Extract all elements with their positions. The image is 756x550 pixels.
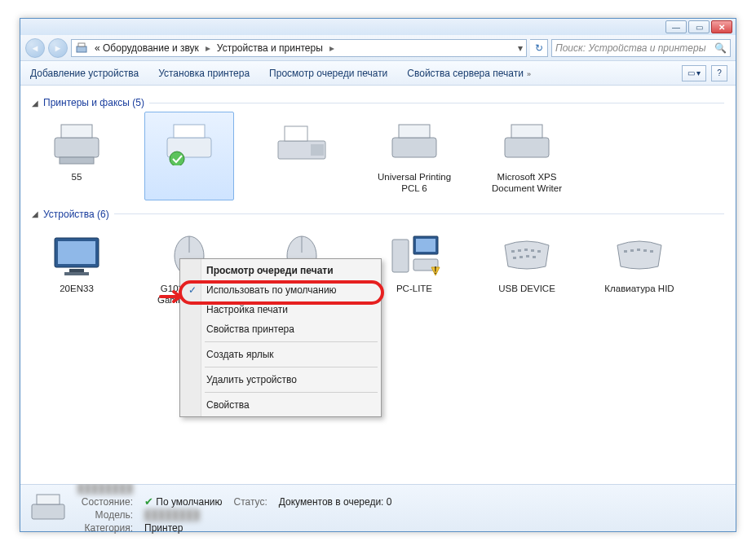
- device-tile[interactable]: USB DEVICE: [482, 223, 572, 312]
- svg-rect-16: [58, 241, 95, 264]
- search-icon[interactable]: 🔍: [714, 42, 727, 54]
- device-tile[interactable]: Microsoft XPS Document Writer: [482, 112, 572, 200]
- menu-view-queue[interactable]: Просмотр очереди печати: [182, 261, 379, 280]
- forward-button[interactable]: ►: [48, 38, 68, 58]
- svg-rect-39: [630, 249, 634, 252]
- divider: [149, 103, 724, 103]
- svg-rect-25: [392, 240, 409, 272]
- help-button[interactable]: ?: [711, 65, 727, 81]
- breadcrumb-separator: ▸: [329, 42, 334, 54]
- menu-separator: [205, 341, 378, 342]
- back-button[interactable]: ◄: [25, 38, 45, 58]
- device-tile[interactable]: [144, 112, 234, 200]
- device-label: 20EN33: [60, 283, 94, 294]
- server-props-button[interactable]: Свойства сервера печати»: [405, 64, 533, 82]
- monitor-icon: [47, 229, 106, 279]
- svg-rect-43: [32, 504, 64, 519]
- svg-rect-13: [505, 138, 549, 157]
- view-options-button[interactable]: ▭ ▾: [682, 65, 706, 81]
- collapse-icon: ◢: [32, 209, 38, 218]
- svg-rect-34: [513, 257, 516, 259]
- device-label: USB DEVICE: [498, 283, 555, 294]
- minimize-button[interactable]: —: [665, 20, 687, 33]
- titlebar: — ▭ ✕: [20, 19, 736, 35]
- toolbar: Добавление устройства Установка принтера…: [20, 61, 736, 86]
- context-menu: Просмотр очереди печати ✓Использовать по…: [179, 258, 382, 417]
- svg-rect-12: [399, 125, 430, 138]
- close-button[interactable]: ✕: [711, 20, 732, 33]
- address-bar[interactable]: « Оборудование и звук ▸ Устройства и при…: [71, 39, 527, 57]
- details-pane: ████████ Состояние: ✔ По умолчанию Стату…: [20, 484, 736, 531]
- device-label: PC-LITE: [396, 283, 432, 294]
- svg-rect-3: [61, 125, 92, 138]
- device-tile[interactable]: ! PC-LITE: [369, 223, 459, 312]
- device-tile[interactable]: Клавиатура HID: [595, 223, 684, 312]
- breadcrumb[interactable]: « Оборудование и звук: [91, 42, 202, 55]
- svg-rect-29: [511, 250, 515, 253]
- view-queue-button[interactable]: Просмотр очереди печати: [267, 64, 389, 82]
- printer-icon: [160, 117, 219, 168]
- svg-rect-1: [78, 43, 85, 46]
- search-input[interactable]: Поиск: Устройства и принтеры 🔍: [551, 39, 731, 57]
- svg-rect-2: [55, 138, 99, 157]
- svg-rect-18: [64, 272, 89, 275]
- svg-rect-10: [311, 144, 324, 156]
- printers-grid: 55 Universal Printing PCL 6: [32, 112, 724, 200]
- device-label: 55: [72, 171, 82, 183]
- category-value: Принтер: [144, 522, 223, 534]
- add-printer-button[interactable]: Установка принтера: [157, 64, 251, 82]
- maximize-button[interactable]: ▭: [688, 20, 710, 33]
- svg-rect-33: [537, 250, 541, 253]
- device-tile[interactable]: Universal Printing PCL 6: [369, 112, 459, 200]
- group-title: Принтеры и факсы (5): [43, 97, 144, 108]
- details-grid: ████████ Состояние: ✔ По умолчанию Стату…: [77, 482, 391, 534]
- dropdown-icon[interactable]: ▾: [518, 42, 523, 54]
- breadcrumb[interactable]: Устройства и принтеры: [214, 42, 326, 55]
- menu-printer-props[interactable]: Свойства принтера: [182, 319, 379, 339]
- menu-separator: [205, 367, 378, 367]
- printer-icon: [47, 117, 106, 168]
- device-label: Universal Printing PCL 6: [374, 171, 455, 195]
- svg-rect-37: [533, 256, 536, 258]
- check-icon: ✓: [188, 284, 197, 296]
- svg-rect-0: [77, 46, 86, 52]
- annotation-arrow: [159, 288, 183, 305]
- refresh-button[interactable]: ↻: [530, 39, 548, 57]
- search-placeholder: Поиск: Устройства и принтеры: [555, 42, 705, 54]
- svg-rect-4: [60, 157, 94, 164]
- menu-remove-device[interactable]: Удалить устройство: [182, 370, 379, 389]
- device-tile[interactable]: 55: [32, 112, 122, 200]
- menu-create-shortcut[interactable]: Создать ярлык: [182, 345, 379, 364]
- group-header-printers[interactable]: ◢ Принтеры и факсы (5): [32, 97, 724, 108]
- svg-rect-44: [37, 495, 60, 504]
- device-label: Microsoft XPS Document Writer: [486, 171, 568, 195]
- breadcrumb-separator: ▸: [206, 42, 210, 54]
- device-name-blurred: ████████: [77, 482, 133, 494]
- printer-icon: [385, 117, 444, 168]
- keyboard-icon: [497, 229, 556, 279]
- menu-print-prefs[interactable]: Настройка печати: [182, 300, 379, 319]
- group-header-devices[interactable]: ◢ Устройства (6): [32, 209, 724, 220]
- svg-rect-40: [637, 249, 640, 251]
- state-key: Состояние:: [77, 496, 133, 508]
- model-value-blurred: ████████: [144, 509, 223, 521]
- device-tile[interactable]: 20EN33: [32, 223, 122, 312]
- menu-set-default[interactable]: ✓Использовать по умолчанию: [182, 280, 379, 300]
- keyboard-icon: [610, 229, 669, 279]
- add-device-button[interactable]: Добавление устройства: [29, 64, 140, 82]
- category-key: Категория:: [77, 522, 133, 534]
- group-title: Устройства (6): [43, 209, 109, 220]
- ok-icon: ✔: [144, 495, 153, 508]
- menu-properties[interactable]: Свойства: [182, 395, 379, 415]
- device-tile[interactable]: [257, 112, 347, 200]
- svg-rect-42: [650, 250, 653, 253]
- svg-rect-14: [511, 125, 542, 138]
- explorer-window: — ▭ ✕ ◄ ► « Оборудование и звук ▸ Устрой…: [20, 18, 736, 532]
- printer-icon: [29, 491, 68, 526]
- divider: [114, 213, 724, 214]
- state-value: ✔ По умолчанию: [144, 495, 223, 508]
- svg-rect-24: [416, 239, 435, 252]
- svg-text:!: !: [434, 265, 436, 276]
- printer-icon: [497, 117, 556, 168]
- svg-point-7: [170, 152, 184, 165]
